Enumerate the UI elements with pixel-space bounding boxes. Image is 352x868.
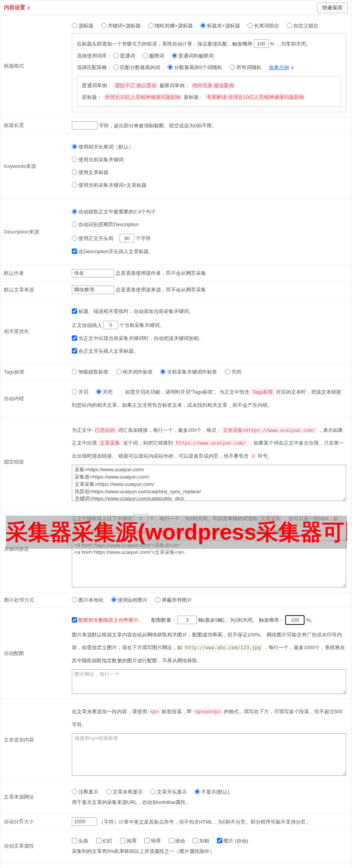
overlay-banner: 采集器采集源(wordpress采集器可以批量采 [6, 516, 347, 549]
radio-article-title [72, 169, 77, 175]
row-label: Tags标签 [0, 369, 72, 376]
radio-extract-sentences [72, 209, 77, 214]
checkbox-bold [193, 838, 198, 843]
desc-chars-input[interactable] [120, 234, 134, 242]
page-title[interactable]: 内容设置≫ [4, 4, 31, 11]
radio-no-display [195, 789, 200, 794]
row-image-handling: 图片处理方式 图片本地化 使用远程图片 屏蔽所有图片 [0, 593, 352, 608]
row-fixed-links: 固定链接 为正文中 已存在的 词汇添加链接，每行一个，最多200个，格式：文章采… [0, 418, 352, 506]
row-title-format: 标题格式 源标题 关键词+源标题 随机前缀+源标题 标题党+源标题 长尾词组合 … [0, 15, 352, 117]
radio-start-display [150, 789, 156, 794]
radio-end-display [106, 789, 112, 794]
radio-top5-random [168, 64, 173, 70]
row-label: 图片处理方式 [0, 597, 72, 604]
panel-header: 内容设置≫ 快速保存 [0, 0, 352, 15]
radio-innerlink-off [96, 389, 102, 394]
row-description-source: Description来源 自动提取正文中最重要的2-3个句子 自动识别原网页D… [0, 199, 352, 265]
example-box: 普通词举例： 震惊不已 难以置信 极限词举例： 绝对完美 最佳案例 原标题： 全… [77, 76, 341, 107]
radio-comment-display [72, 789, 77, 794]
radio-random-prefix-title [148, 23, 154, 28]
row-label: 自动内链 [0, 395, 72, 402]
extreme-words-example: 绝对完美 最佳案例 [191, 82, 236, 89]
row-label: 标题格式 [0, 63, 72, 69]
content-settings-panel: 内容设置≫ 快速保存 标题格式 源标题 关键词+源标题 随机前缀+源标题 标题党… [0, 0, 352, 868]
radio-tags-off [225, 369, 230, 374]
row-label: 自动文章属性 [0, 843, 72, 849]
radio-smart-tags [72, 369, 77, 374]
effect-example-link[interactable]: 效果示例≫ [269, 64, 295, 70]
title-prob-input[interactable] [254, 39, 269, 48]
row-label: 文章来源网址 [0, 794, 72, 800]
row-pagination: 自动分页大小 （字符）计算中英文及其标点符号，但不包含HTML，为0则不分页。部… [0, 814, 352, 830]
radio-source-title [72, 23, 77, 28]
row-label: 相关度优化 [0, 328, 72, 335]
row-label: 默认文章来源 [0, 286, 72, 293]
radio-all-random [230, 64, 235, 70]
checkbox-image-attr [217, 838, 222, 843]
row-append-content: 文末追加内容 在文章末尾追加一段内容，请使用 <p> 标签段落，即 <p>xxx… [0, 699, 352, 781]
image-count-input[interactable] [178, 616, 197, 624]
image-prob-input[interactable] [285, 615, 305, 625]
row-auto-innerlink: 自动内链 开启 关闭 如需开启此功能，请同时开启“Tags标签”。当正文中包含 … [0, 380, 352, 418]
radio-normal-words [113, 53, 119, 58]
checkbox-special [144, 838, 150, 843]
original-title-example: 全球近10亿人受精神健康问题影响 [103, 94, 182, 100]
fixed-links-desc: 为正文中 已存在的 词汇添加链接，每行一个，最多200个，格式：文章采集>htt… [72, 424, 346, 463]
checkbox-slideshow [96, 838, 102, 843]
row-title-length: 标题长度 字符，超出部分将被强制截断。留空或设为0则不限。 [0, 117, 352, 134]
article-attrs-desc: 采集到的文章有5%机率获得以上所选属性之一（图片属性除外） [72, 848, 346, 855]
row-auto-image: 自动配图 配图前先删除原文自带图片。 配图数量： 幅(最多5幅)，为0则关闭。 … [0, 608, 352, 699]
radio-highest-score [113, 64, 119, 70]
overlay-banner-text: 采集器采集源(wordpress采集器可以批量采 [6, 521, 347, 544]
append-content-textarea[interactable] [72, 733, 346, 776]
row-label: 自动分页大小 [0, 818, 72, 825]
insert-count-input[interactable] [103, 321, 118, 329]
row-custom-layout: 自定义排版 启用 不启用(默认) 用于快速设置文章的外观显示效果，注意使用此功能… [0, 863, 352, 868]
radio-clickbait-title [200, 23, 206, 28]
radio-related-tags [116, 369, 122, 374]
radio-keyword-tags [160, 369, 166, 374]
default-source-input[interactable] [72, 286, 114, 294]
row-article-attrs: 自动文章属性 头条 幻灯 推荐 特荐 滚动 加粗 图片 (自动) 采集到的文章有… [0, 830, 352, 863]
checkbox-add-keywords-low-relevance [72, 308, 77, 314]
row-relevance: 相关度优化 标题、描述相关度低时，自动添加当前采集关键词。 正文自动插入 个当前… [0, 298, 352, 365]
checkbox-insert-title-body [72, 348, 77, 354]
row-label: Description来源 [0, 228, 72, 235]
fixed-links-textarea[interactable]: 采集>https://www.ucaiyun.com/ 采集器>https://… [72, 465, 346, 501]
collapse-chevron-icon: ≫ [26, 5, 31, 10]
row-label: 标题长度 [0, 122, 72, 129]
normal-words-example: 震惊不已 难以置信 [113, 82, 158, 89]
quick-save-button[interactable]: 快速保存 [317, 2, 348, 13]
radio-innerlink-on [72, 389, 77, 394]
radio-extreme-words [142, 53, 148, 58]
row-label: 默认作者 [0, 270, 72, 277]
append-content-desc: 在文章末尾追加一段内容，请使用 <p> 标签段落，即 <p>xxx</p> 的格… [72, 705, 346, 731]
checkbox-bold-keywords [72, 335, 77, 341]
checkbox-scroll [169, 838, 174, 843]
row-default-source: 默认文章来源 总是直接使用该来源，而不会从网页采集 [0, 282, 352, 298]
default-author-input[interactable] [72, 269, 114, 277]
new-title-example: 专家解读:全球近10亿人受精神健康问题影响 [205, 94, 305, 100]
row-default-author: 默认作者 总是直接使用该作者，而不会从网页采集 [0, 265, 352, 282]
radio-original-description [72, 222, 77, 227]
radio-current-keywords [72, 157, 77, 162]
radio-longtail-combo [247, 23, 253, 28]
radio-keyword-source-title [101, 23, 107, 28]
radio-localize-images [72, 597, 77, 602]
title-length-input[interactable] [72, 121, 97, 130]
row-label: 文末追加内容 [0, 736, 72, 743]
row-keyword-density: 关键词密度 正文中随机插入以下关键词 个，每行一个，为0则关闭。可以是单独的词语… [0, 506, 352, 593]
row-tags: Tags标签 智能提取标签 相关词作标签 当前采集关键词作标签 关闭 [0, 365, 352, 380]
auto-image-desc: 图片来源默认根据文章内容自动从网络获取相关图片，配图成功率高，但不保证100%。… [72, 628, 346, 667]
source-url-desc: 用于显示文章的采集来源URL，自动加nofollow属性。 [72, 799, 346, 806]
radio-block-images [155, 597, 161, 602]
checkbox-insert-title-desc [72, 249, 77, 254]
radio-related-longtail [72, 144, 77, 149]
pagination-size-input[interactable] [72, 817, 97, 826]
expand-chevron-icon: ≫ [290, 66, 295, 70]
row-label: 固定链接 [0, 459, 72, 465]
radio-remote-images [111, 597, 117, 602]
image-urls-textarea[interactable] [72, 669, 346, 694]
checkbox-remove-original-images [72, 617, 77, 623]
radio-keywords-plus-title [72, 182, 77, 188]
